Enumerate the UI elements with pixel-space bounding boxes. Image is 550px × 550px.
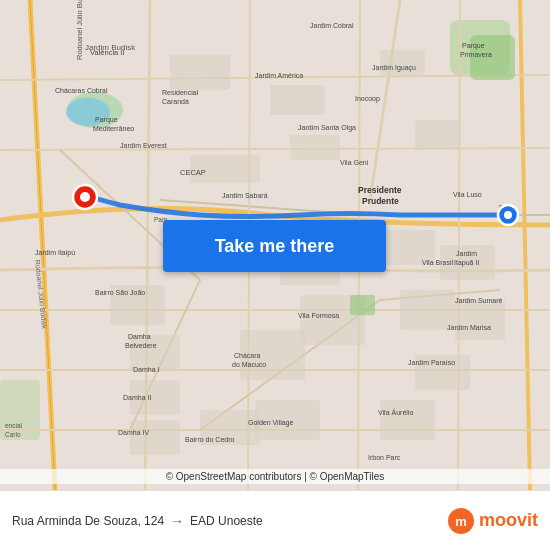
svg-rect-26 xyxy=(350,295,375,315)
svg-text:Damha I: Damha I xyxy=(133,366,160,373)
map-container: Jardim Budisk Rodoanel Júlio Budisk Valê… xyxy=(0,0,550,490)
take-me-there-button[interactable]: Take me there xyxy=(163,220,386,272)
svg-text:Vila Brasil: Vila Brasil xyxy=(422,259,453,266)
svg-text:Parque: Parque xyxy=(95,116,118,124)
svg-text:Damha IV: Damha IV xyxy=(118,429,149,436)
svg-text:Vila Áurélio: Vila Áurélio xyxy=(378,408,413,416)
bottom-bar: Rua Arminda De Souza, 124 → EAD Unoeste … xyxy=(0,490,550,550)
svg-text:Itapuã II: Itapuã II xyxy=(454,259,479,267)
route-from: Rua Arminda De Souza, 124 xyxy=(12,514,164,528)
svg-text:Inocoop: Inocoop xyxy=(355,95,380,103)
svg-rect-16 xyxy=(130,420,180,455)
svg-text:Jardim Sumaré: Jardim Sumaré xyxy=(455,297,503,304)
svg-text:Damha: Damha xyxy=(128,333,151,340)
svg-rect-6 xyxy=(270,85,325,115)
svg-text:Golden Village: Golden Village xyxy=(248,419,294,427)
svg-text:Residencial: Residencial xyxy=(162,89,199,96)
svg-text:Primavera: Primavera xyxy=(460,51,492,58)
moovit-logo-icon: m xyxy=(447,507,475,535)
svg-text:Jardim Cobral: Jardim Cobral xyxy=(310,22,354,29)
svg-text:Jardim Marisa: Jardim Marisa xyxy=(447,324,491,331)
svg-text:Parque: Parque xyxy=(462,42,485,50)
svg-rect-8 xyxy=(290,135,340,160)
svg-text:Carlo: Carlo xyxy=(5,431,21,438)
svg-rect-14 xyxy=(130,335,180,370)
svg-text:Rodoanel Júlio Budisk: Rodoanel Júlio Budisk xyxy=(75,0,84,60)
svg-text:Jardim Everest: Jardim Everest xyxy=(120,142,167,149)
svg-text:Chácaras Cobral: Chácaras Cobral xyxy=(55,87,108,94)
svg-text:Prudente: Prudente xyxy=(362,196,399,206)
svg-text:Damha II: Damha II xyxy=(123,394,151,401)
svg-text:Jardim: Jardim xyxy=(456,250,477,257)
svg-text:do Macuco: do Macuco xyxy=(232,361,266,368)
moovit-logo-text: moovit xyxy=(479,510,538,531)
svg-rect-24 xyxy=(380,400,435,440)
svg-text:Presidente: Presidente xyxy=(358,185,402,195)
route-info: Rua Arminda De Souza, 124 → EAD Unoeste xyxy=(12,513,439,529)
svg-rect-5 xyxy=(170,55,230,90)
svg-rect-10 xyxy=(415,120,460,150)
moovit-logo: m moovit xyxy=(447,507,538,535)
svg-text:Carandá: Carandá xyxy=(162,98,189,105)
svg-text:m: m xyxy=(455,514,467,529)
svg-text:Irbon Parc: Irbon Parc xyxy=(368,454,401,461)
svg-text:Jardim Paraíso: Jardim Paraíso xyxy=(408,359,455,366)
svg-text:Valência II: Valência II xyxy=(90,48,124,57)
svg-text:Vila Formosa: Vila Formosa xyxy=(298,312,339,319)
svg-text:Mediterrâneo: Mediterrâneo xyxy=(93,125,134,132)
route-to: EAD Unoeste xyxy=(190,514,263,528)
svg-text:Vila Geni: Vila Geni xyxy=(340,159,369,166)
svg-text:Jardim Iguaçu: Jardim Iguaçu xyxy=(372,64,416,72)
svg-text:Bairro do Cedro: Bairro do Cedro xyxy=(185,436,235,443)
svg-point-80 xyxy=(504,211,512,219)
svg-text:Vila Luso: Vila Luso xyxy=(453,191,482,198)
svg-text:Jardim Santa Olga: Jardim Santa Olga xyxy=(298,124,356,132)
svg-text:Jardim Itaipú: Jardim Itaipú xyxy=(35,249,75,257)
route-arrow: → xyxy=(170,513,184,529)
svg-text:Belvedere: Belvedere xyxy=(125,342,157,349)
svg-text:CECAP: CECAP xyxy=(180,168,206,177)
svg-text:Jardim Sabará: Jardim Sabará xyxy=(222,192,268,199)
svg-point-78 xyxy=(80,192,90,202)
svg-rect-9 xyxy=(380,50,425,75)
svg-text:Chácara: Chácara xyxy=(234,352,261,359)
map-attribution: © OpenStreetMap contributors | © OpenMap… xyxy=(0,469,550,484)
svg-text:encial: encial xyxy=(5,422,23,429)
svg-text:Jardim América: Jardim América xyxy=(255,72,303,79)
svg-text:Bairro São João: Bairro São João xyxy=(95,289,145,296)
svg-rect-22 xyxy=(455,300,505,340)
